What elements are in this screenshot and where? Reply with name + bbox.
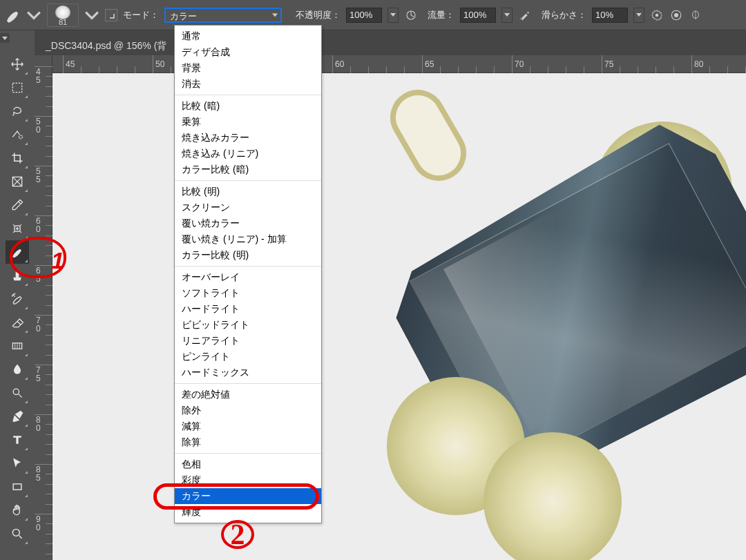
quick-select-tool[interactable] <box>6 123 29 146</box>
blend-mode-item[interactable]: ハードミックス <box>175 365 321 380</box>
ruler-h-label: 65 <box>425 59 434 69</box>
blend-mode-item[interactable]: 乗算 <box>175 114 321 130</box>
blend-mode-item[interactable]: 通常 <box>175 28 321 44</box>
smoothing-gear-icon[interactable] <box>650 8 664 22</box>
canvas-area: 45505560657075808590 4550556065707580 <box>35 55 746 560</box>
opacity-dropdown-arrow[interactable] <box>388 8 399 23</box>
blend-mode-item[interactable]: 除外 <box>175 403 321 418</box>
document-tab[interactable]: _DSC3404.psd @ 156% (背 <box>35 36 178 55</box>
svg-rect-6 <box>12 83 21 92</box>
blend-mode-item[interactable]: オーバーレイ <box>175 269 321 285</box>
blend-mode-item[interactable]: ディザ合成 <box>175 44 321 60</box>
blend-mode-item[interactable]: ハードライト <box>175 301 321 317</box>
blend-mode-item[interactable]: 焼き込み (リニア) <box>175 146 321 162</box>
blend-mode-item[interactable]: カラー比較 (暗) <box>175 162 321 177</box>
ruler-h-label: 50 <box>155 59 164 69</box>
marquee-tool[interactable] <box>6 76 29 99</box>
document-canvas[interactable] <box>52 73 746 560</box>
blend-mode-item[interactable]: ピンライト <box>175 349 321 365</box>
smoothing-dropdown-arrow[interactable] <box>633 8 644 23</box>
flow-label: 流量： <box>428 9 455 21</box>
opacity-input[interactable] <box>346 8 382 23</box>
mode-dropdown[interactable]: カラー <box>164 8 282 23</box>
blend-mode-item[interactable]: カラー比較 (明) <box>175 247 321 263</box>
ruler-h-label: 70 <box>515 59 524 69</box>
brush-preset-picker[interactable]: 81 <box>47 3 79 27</box>
hand-tool[interactable] <box>6 499 29 522</box>
blend-mode-item[interactable]: 輝度 <box>175 504 321 520</box>
tool-preset-arrow-icon[interactable] <box>26 8 41 23</box>
ruler-v-label: 55 <box>36 167 43 184</box>
crop-tool[interactable] <box>6 146 29 170</box>
flow-dropdown-arrow[interactable] <box>501 8 513 23</box>
smoothing-label: 滑らかさ： <box>542 9 586 21</box>
zoom-tool[interactable] <box>6 522 29 545</box>
ruler-vertical[interactable]: 45505560657075808590 <box>35 55 52 560</box>
ruler-v-label: 60 <box>36 217 43 233</box>
mode-label: モード： <box>123 9 159 21</box>
blend-mode-item[interactable]: 背景 <box>175 60 321 76</box>
blend-mode-item[interactable]: 色相 <box>175 456 321 472</box>
eraser-tool[interactable] <box>6 311 29 334</box>
ruler-v-label: 65 <box>36 267 43 283</box>
brush-tool[interactable] <box>6 240 29 264</box>
blend-mode-item[interactable]: 焼き込みカラー <box>175 130 321 146</box>
blend-mode-item[interactable]: 除算 <box>175 434 321 450</box>
blend-mode-item[interactable]: 比較 (暗) <box>175 98 321 114</box>
rectangle-tool[interactable] <box>6 475 29 499</box>
brush-panel-toggle-icon[interactable] <box>105 9 117 21</box>
blur-tool[interactable] <box>6 358 29 381</box>
blend-mode-item[interactable]: ソフトライト <box>175 285 321 301</box>
blend-mode-dropdown-list: 通常ディザ合成背景消去比較 (暗)乗算焼き込みカラー焼き込み (リニア)カラー比… <box>174 25 322 523</box>
move-tool[interactable] <box>6 52 29 76</box>
blend-mode-item[interactable]: ビビッドライト <box>175 317 321 333</box>
dodge-tool[interactable] <box>6 381 29 405</box>
svg-point-7 <box>19 135 23 139</box>
blend-mode-item[interactable]: 覆い焼き (リニア) - 加算 <box>175 231 321 247</box>
blend-mode-item[interactable]: 消去 <box>175 76 321 92</box>
blend-mode-item[interactable]: 彩度 <box>175 472 321 488</box>
spot-healing-tool[interactable] <box>6 217 29 240</box>
svg-point-3 <box>656 13 659 17</box>
blend-mode-item[interactable]: 差の絶対値 <box>175 387 321 403</box>
ruler-v-label: 45 <box>36 68 43 84</box>
document-tab-title: _DSC3404.psd @ 156% (背 <box>46 40 166 51</box>
blend-mode-item[interactable]: スクリーン <box>175 200 321 215</box>
history-brush-tool[interactable] <box>6 287 29 311</box>
chevron-down-icon <box>272 13 278 17</box>
svg-point-5 <box>674 13 678 17</box>
path-select-tool[interactable] <box>6 452 29 475</box>
frame-tool[interactable] <box>6 170 29 193</box>
options-bar: 81 モード： カラー 不透明度： 流量： 滑らかさ： <box>0 0 746 30</box>
brush-preview-arrow-icon[interactable] <box>84 8 99 23</box>
blend-mode-item[interactable]: リニアライト <box>175 333 321 349</box>
opacity-label: 不透明度： <box>296 9 341 21</box>
gradient-tool[interactable] <box>6 334 29 358</box>
blend-mode-item[interactable]: カラー <box>175 488 321 504</box>
ruler-v-label: 85 <box>36 465 43 482</box>
pen-tool[interactable] <box>6 405 29 428</box>
blend-mode-item[interactable]: 減算 <box>175 418 321 434</box>
lasso-tool[interactable] <box>6 99 29 123</box>
blend-mode-item[interactable]: 覆い焼カラー <box>175 215 321 231</box>
eyedropper-tool[interactable] <box>6 193 29 217</box>
ruler-v-label: 70 <box>36 316 43 333</box>
ruler-horizontal[interactable]: 4550556065707580 <box>52 55 746 73</box>
mode-value: カラー <box>170 11 197 21</box>
ruler-h-label: 60 <box>335 59 344 69</box>
photo-content <box>380 79 476 191</box>
airbrush-icon[interactable] <box>518 8 532 22</box>
pressure-size-icon[interactable] <box>669 8 683 22</box>
flow-input[interactable] <box>460 8 496 23</box>
clone-stamp-tool[interactable] <box>6 264 29 287</box>
type-tool[interactable] <box>6 428 29 452</box>
smoothing-input[interactable] <box>592 8 628 23</box>
ruler-h-label: 80 <box>694 59 703 69</box>
collapse-tool-header[interactable] <box>0 33 10 43</box>
symmetry-butterfly-icon[interactable] <box>689 8 702 22</box>
svg-point-13 <box>12 529 19 536</box>
pressure-opacity-icon[interactable] <box>404 8 418 22</box>
blend-mode-item[interactable]: 比較 (明) <box>175 184 321 200</box>
svg-rect-12 <box>13 484 21 490</box>
current-tool-icon <box>6 8 21 23</box>
